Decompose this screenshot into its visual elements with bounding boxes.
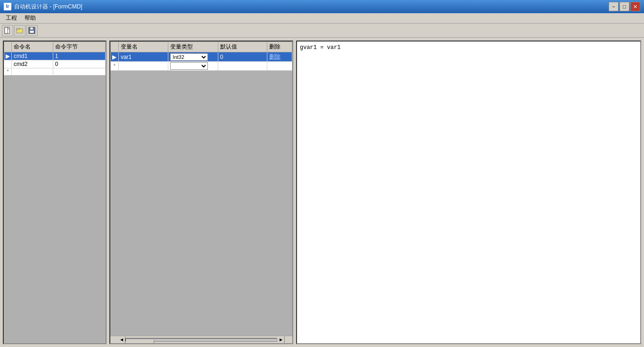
scroll-right-button[interactable]: ▶	[277, 336, 285, 344]
var-name-header: 变量名	[118, 42, 168, 52]
row-arrow: ▶	[4, 52, 12, 60]
scroll-track[interactable]	[125, 338, 277, 342]
cmd-bytes-cell[interactable]: 1	[53, 52, 105, 60]
right-panel-fill	[110, 71, 292, 336]
scroll-left-button[interactable]: ◀	[118, 336, 125, 344]
var-type-cell-new[interactable]: Int32 Int64	[168, 62, 218, 71]
restore-button[interactable]: □	[619, 2, 629, 11]
title-text: 自动机设计器 - [FormCMD]	[14, 3, 609, 11]
save-icon	[28, 27, 36, 34]
cmd-bytes-header: 命令字节	[53, 42, 105, 52]
svg-rect-7	[30, 31, 34, 33]
row-arrow: ▶	[111, 52, 119, 62]
var-default-cell[interactable]	[218, 52, 267, 62]
toolbar-btn-3[interactable]	[26, 25, 38, 36]
commands-panel: 命令名 命令字节 ▶ cmd1 1 cmd2 0 *	[3, 41, 107, 344]
new-icon	[4, 27, 11, 34]
svg-rect-6	[30, 27, 33, 30]
table-row[interactable]: ▶ cmd1 1	[4, 52, 106, 60]
scroll-thumb[interactable]	[126, 340, 154, 344]
toolbar-btn-1[interactable]	[2, 25, 13, 36]
code-panel: gvar1 = var1	[296, 41, 641, 344]
menu-bar: 工程 帮助	[0, 13, 644, 24]
close-button[interactable]: ✕	[630, 2, 640, 11]
table-row-new[interactable]: *	[4, 68, 106, 75]
var-type-header: 变量类型	[168, 42, 218, 52]
variables-table-container: 变量名 变量类型 默认值 删除 ▶ var1 Int32 Int64	[110, 41, 292, 343]
var-delete-cell[interactable]: 删除	[267, 52, 292, 62]
cmd-arrow-header	[4, 42, 12, 52]
menu-item-project[interactable]: 工程	[2, 13, 21, 23]
var-default-header: 默认值	[218, 42, 267, 52]
toolbar-btn-2[interactable]	[14, 25, 25, 36]
svg-rect-1	[5, 27, 8, 33]
var-type-cell[interactable]: Int32 Int64 Float Double String Bool	[168, 52, 218, 62]
row-arrow-new: *	[4, 68, 12, 75]
toolbar	[0, 24, 644, 38]
row-arrow	[4, 60, 12, 68]
cmd-bytes-cell[interactable]: 0	[53, 60, 105, 68]
svg-rect-4	[17, 28, 19, 30]
row-arrow-new: *	[111, 62, 119, 71]
var-delete-header: 删除	[267, 42, 292, 52]
code-content: gvar1 = var1	[300, 44, 340, 51]
left-panel-fill	[4, 75, 106, 343]
cmd-name-cell[interactable]: cmd1	[12, 52, 53, 60]
variables-table: 变量名 变量类型 默认值 删除 ▶ var1 Int32 Int64	[110, 41, 292, 71]
delete-link[interactable]: 删除	[269, 53, 281, 60]
variables-panel: 变量名 变量类型 默认值 删除 ▶ var1 Int32 Int64	[109, 41, 293, 344]
menu-item-help[interactable]: 帮助	[21, 13, 40, 23]
var-default-cell-new[interactable]	[218, 62, 267, 71]
cmd-name-header: 命令名	[12, 42, 53, 52]
title-controls: − □ ✕	[609, 2, 640, 11]
app-icon: Ir	[4, 3, 11, 10]
var-name-cell-new[interactable]	[118, 62, 168, 71]
minimize-button[interactable]: −	[609, 2, 619, 11]
table-row[interactable]: ▶ var1 Int32 Int64 Float Double String B…	[111, 52, 292, 62]
var-arrow-header	[111, 42, 119, 52]
commands-table: 命令名 命令字节 ▶ cmd1 1 cmd2 0 *	[4, 41, 106, 75]
main-content: 命令名 命令字节 ▶ cmd1 1 cmd2 0 *	[0, 38, 644, 347]
table-row[interactable]: cmd2 0	[4, 60, 106, 68]
var-type-select-new[interactable]: Int32 Int64	[170, 62, 208, 70]
var-delete-cell-new	[267, 62, 292, 71]
var-name-cell[interactable]: var1	[118, 52, 168, 62]
horizontal-scrollbar[interactable]: ◀ ▶	[110, 336, 292, 343]
var-default-input[interactable]	[220, 54, 263, 60]
cmd-name-cell[interactable]: cmd2	[12, 60, 53, 68]
open-icon	[16, 27, 24, 34]
title-bar: Ir 自动机设计器 - [FormCMD] − □ ✕	[0, 0, 644, 13]
cmd-name-cell-new[interactable]	[12, 68, 53, 75]
table-row-new[interactable]: * Int32 Int64	[111, 62, 292, 71]
cmd-bytes-cell-new[interactable]	[53, 68, 105, 75]
var-type-select[interactable]: Int32 Int64 Float Double String Bool	[170, 53, 208, 61]
